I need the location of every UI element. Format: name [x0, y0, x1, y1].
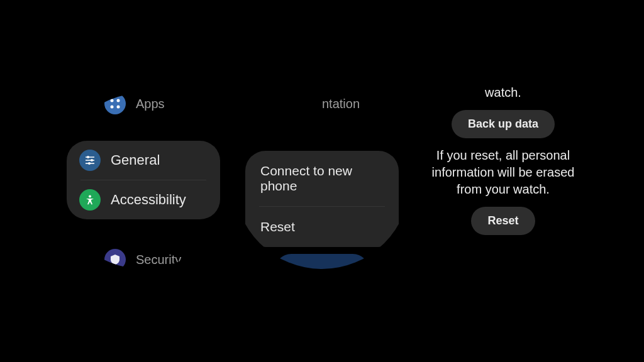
reset-confirmation-panel: watch. Back up data If you reset, all pe… [420, 84, 586, 244]
list-item-accessibility[interactable]: Accessibility [67, 180, 220, 219]
list-item-reset[interactable]: Reset [245, 207, 399, 247]
accessibility-label: Accessibility [111, 192, 186, 208]
list-item-general[interactable]: General [67, 141, 220, 180]
watch-screen-settings: Apps General [55, 93, 231, 269]
apps-label: Apps [136, 97, 165, 111]
partial-item-bottom[interactable] [275, 254, 369, 269]
reset-button[interactable]: Reset [471, 207, 535, 235]
top-text-fragment: watch. [420, 84, 586, 101]
svg-point-2 [111, 106, 114, 109]
svg-point-1 [117, 99, 120, 102]
reset-label: Reset [260, 219, 295, 234]
partial-item-top[interactable]: ntation [234, 97, 410, 111]
sliders-icon [79, 150, 101, 171]
svg-point-10 [89, 195, 91, 198]
svg-point-3 [117, 106, 120, 109]
general-label: General [111, 152, 160, 168]
connect-label: Connect to new phone [260, 163, 384, 194]
apps-icon [104, 93, 126, 114]
shield-icon [104, 249, 126, 269]
list-item-security[interactable]: Security [92, 245, 195, 269]
general-list-group: Connect to new phone Reset [245, 151, 399, 247]
reset-warning-text: If you reset, all personal information w… [420, 147, 586, 198]
settings-list-group: General Accessibility [67, 141, 220, 219]
svg-point-7 [91, 159, 93, 162]
svg-point-5 [87, 156, 89, 158]
accessibility-icon [79, 189, 101, 211]
svg-point-9 [88, 162, 91, 165]
svg-point-0 [111, 99, 114, 102]
security-label: Security [136, 253, 181, 267]
list-item-connect-new-phone[interactable]: Connect to new phone [245, 151, 399, 206]
list-item-apps[interactable]: Apps [92, 93, 195, 121]
backup-data-button[interactable]: Back up data [452, 110, 555, 138]
watch-screen-general: ntation Connect to new phone Reset [234, 93, 410, 269]
